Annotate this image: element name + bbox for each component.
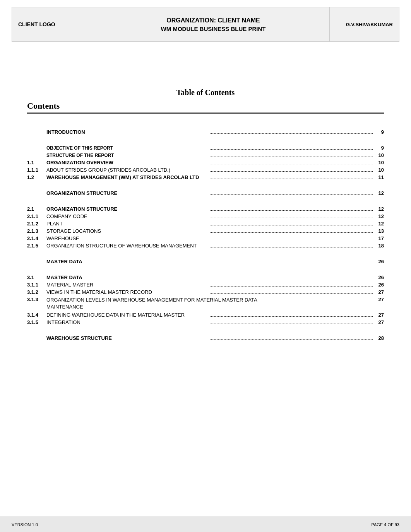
toc-page-3-1-1: 26 [374,282,384,288]
client-logo-text: CLIENT LOGO [18,21,55,27]
toc-dots [211,157,373,157]
toc-page-2-1-3: 13 [374,228,384,234]
gap [27,136,384,145]
toc-entry-2-1: 2.1 ORGANIZATION STRUCTURE 12 [27,206,384,212]
toc-dots [211,225,373,225]
toc-label-3-1-2: VIEWS IN THE MATERIAL MASTER RECORD [46,289,209,295]
toc-entry-2-1-1: 2.1.1 COMPANY CODE 12 [27,213,384,219]
toc-dots [211,232,373,233]
toc-label-1-1: ORGANIZATION OVERVIEW [46,160,209,165]
toc-entry-wh-struct: WAREHOUSE STRUCTURE 28 [27,335,384,341]
toc-entry-2-1-5: 2.1.5 ORGANIZATION STRUCTURE OF WAREHOUS… [27,243,384,249]
toc-dots [211,149,373,150]
toc-dots [211,247,373,247]
header-center: ORGANIZATION: CLIENT NAME WM MODULE BUSI… [97,7,329,41]
toc-entry-intro: INTRODUCTION 9 [27,129,384,135]
toc-num-2-1-4: 2.1.4 [27,235,46,241]
toc-label-obj: OBJECTIVE OF THIS REPORT [46,145,209,151]
toc-num-3-1-2: 3.1.2 [27,289,46,295]
toc-num-3-1: 3.1 [27,275,46,280]
toc-dots [211,263,373,263]
toc-num-2-1-3: 2.1.3 [27,228,46,234]
toc-label-1-1-1: ABOUT STRIDES GROUP (STRIDES ARCOLAB LTD… [46,167,209,173]
toc-num-1-2: 1.2 [27,174,46,180]
toc-dots [211,293,373,294]
toc-label-2-1-1: COMPANY CODE [46,213,209,219]
toc-page-struct-report: 10 [374,152,384,158]
toc-entry-master-data: MASTER DATA 26 [27,259,384,264]
toc-entry-3-1-1: 3.1.1 MATERIAL MASTER 26 [27,282,384,288]
toc-title: Table of Contents [27,88,384,97]
page-header: CLIENT LOGO ORGANIZATION: CLIENT NAME WM… [12,7,399,42]
toc-page-2-1-2: 12 [374,221,384,227]
org-name: ORGANIZATION: CLIENT NAME [166,17,260,24]
toc-entry-3-1-3: 3.1.3 ORGANIZATION LEVELS IN WAREHOUSE M… [27,297,384,310]
main-content: Table of Contents Contents INTRODUCTION … [0,88,411,341]
toc-entry-1-1: 1.1 ORGANIZATION OVERVIEW 10 [27,160,384,165]
toc-dots [211,240,373,240]
toc-entry-3-1-4: 3.1.4 DEFINING WAREHOUSE DATA IN THE MAT… [27,312,384,318]
toc-page-obj: 9 [374,145,384,151]
toc-num-3-1-4: 3.1.4 [27,312,46,318]
toc-entry-3-1-5: 3.1.5 INTEGRATION 27 [27,319,384,325]
toc-num-2-1-1: 2.1.1 [27,213,46,219]
toc-page-3-1-3: 27 [374,297,384,302]
toc-label-org-struct: ORGANIZATION STRUCTURE [46,190,209,196]
toc-num-2-1-5: 2.1.5 [27,243,46,249]
toc-page-master-data: 26 [374,259,384,264]
toc-dots [211,210,373,211]
toc-page-wh-struct: 28 [374,335,384,341]
toc-dots [211,286,373,286]
toc-label-2-1-5: ORGANIZATION STRUCTURE OF WAREHOUSE MANA… [46,243,209,249]
gap [27,198,384,206]
toc-entry-1-1-1: 1.1.1 ABOUT STRIDES GROUP (STRIDES ARCOL… [27,167,384,173]
toc-num-2-1-2: 2.1.2 [27,221,46,227]
toc-label-2-1-4: WAREHOUSE [46,235,209,241]
toc-label-3-1: MASTER DATA [46,275,209,280]
toc-page-2-1-1: 12 [374,213,384,219]
gap [27,266,384,275]
client-logo-cell: CLIENT LOGO [12,7,97,41]
gap [27,250,384,259]
toc-label-2-1-3: STORAGE LOCATIONS [46,228,209,234]
toc-page-3-1-4: 27 [374,312,384,318]
toc-label-struct-report: STRUCTURE OF THE REPORT [46,153,209,158]
gap [27,327,384,335]
toc-num-3-1-1: 3.1.1 [27,282,46,288]
toc-dots [211,324,373,324]
toc-entry-2-1-3: 2.1.3 STORAGE LOCATIONS 13 [27,228,384,234]
toc-num-2-1: 2.1 [27,206,46,212]
toc-label-3-1-1: MATERIAL MASTER [46,282,209,288]
footer-version: VERSION 1.0 [12,522,38,527]
toc-entry-3-1-2: 3.1.2 VIEWS IN THE MATERIAL MASTER RECOR… [27,289,384,295]
toc-label-3-1-5: INTEGRATION [46,319,209,325]
module-name: WM MODULE BUSINESS BLUE PRINT [161,26,266,32]
toc-entry-struct-report: STRUCTURE OF THE REPORT 10 [27,152,384,158]
toc-label-master-data: MASTER DATA [46,259,209,264]
toc-num-1-1: 1.1 [27,160,46,165]
toc-dots [211,218,373,218]
author-name: G.V.SHIVAKKUMAR [329,7,399,41]
toc-num-1-1-1: 1.1.1 [27,167,46,173]
toc-entry-obj: OBJECTIVE OF THIS REPORT 9 [27,145,384,151]
toc-page-3-1: 26 [374,275,384,280]
gap [27,182,384,190]
toc-page-1-1: 10 [374,160,384,165]
toc-page-2-1: 12 [374,206,384,212]
toc-dots [211,339,373,340]
toc-entry-1-2: 1.2 WAREHOUSE MANAGEMENT (WM) AT STRIDES… [27,174,384,180]
footer-page: PAGE 4 OF 93 [371,522,399,527]
toc-label-2-1: ORGANIZATION STRUCTURE [46,206,209,212]
toc-label-2-1-2: PLANT [46,221,209,227]
toc-label-3-1-3: ORGANIZATION LEVELS IN WAREHOUSE MANAGEM… [46,297,374,310]
contents-underline [27,113,384,114]
toc-num-3-1-5: 3.1.5 [27,319,46,325]
toc-page-2-1-5: 18 [374,243,384,249]
toc-dots [211,164,373,164]
toc-entry-org-struct: ORGANIZATION STRUCTURE 12 [27,190,384,196]
toc-page-1-2: 11 [374,174,384,180]
toc-label-intro: INTRODUCTION [46,129,209,135]
toc-page-org-struct: 12 [374,190,384,196]
toc-page-intro: 9 [374,129,384,135]
toc-entry-3-1: 3.1 MASTER DATA 26 [27,275,384,280]
